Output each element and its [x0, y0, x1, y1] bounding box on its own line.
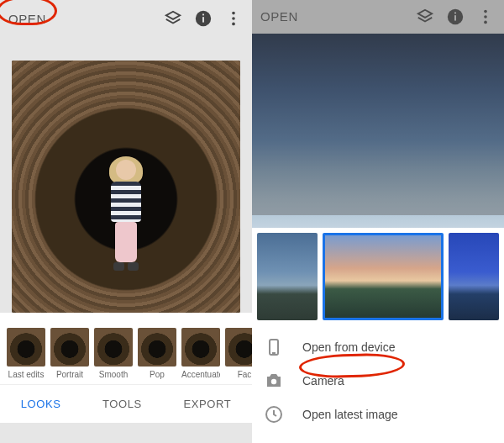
look-thumb[interactable]: Last edits	[7, 328, 45, 379]
option-open-latest[interactable]: Open latest image	[257, 398, 499, 431]
look-label: Accentuate	[181, 370, 220, 379]
looks-filmstrip: Last edits Portrait Smooth Pop Accentuat…	[0, 313, 252, 384]
look-label: Smooth	[94, 370, 133, 379]
clock-icon	[262, 403, 286, 426]
tab-tools[interactable]: TOOLS	[102, 398, 142, 410]
option-open-from-device[interactable]: Open from device	[257, 330, 499, 364]
svg-point-4	[232, 17, 235, 20]
overflow-icon[interactable]	[222, 7, 245, 30]
info-icon[interactable]	[444, 5, 467, 29]
look-label: Last edits	[7, 370, 45, 379]
panel-open-sheet: OPEN Open from device Camera	[252, 0, 504, 443]
background-photo	[252, 34, 504, 228]
svg-rect-8	[454, 12, 456, 13]
recent-photos-row	[252, 228, 504, 325]
panel-editor: OPEN Last edits Portrait Smooth Pop Acce…	[0, 0, 252, 443]
tab-looks[interactable]: LOOKS	[21, 398, 61, 410]
open-button[interactable]: OPEN	[7, 8, 48, 29]
header-left: OPEN	[0, 0, 252, 37]
look-thumb[interactable]: Accentuate	[181, 328, 220, 379]
svg-rect-1	[202, 17, 204, 22]
recent-thumb[interactable]	[257, 233, 318, 320]
recent-thumb[interactable]	[449, 233, 499, 320]
look-thumb[interactable]: Fac	[225, 328, 252, 379]
open-button[interactable]: OPEN	[259, 6, 300, 27]
stack-icon[interactable]	[413, 5, 437, 29]
tab-export[interactable]: EXPORT	[183, 398, 231, 410]
overflow-icon[interactable]	[474, 5, 497, 29]
svg-point-3	[232, 12, 235, 15]
photo-canvas[interactable]	[12, 61, 240, 313]
svg-point-14	[271, 379, 276, 384]
option-label: Camera	[302, 374, 344, 388]
look-thumb[interactable]: Pop	[138, 328, 176, 379]
svg-point-5	[232, 23, 235, 26]
header-right: OPEN	[252, 0, 504, 34]
open-options-list: Open from device Camera Open latest imag…	[252, 325, 504, 443]
svg-point-10	[484, 15, 487, 18]
look-label: Fac	[225, 370, 252, 379]
device-icon	[262, 335, 286, 359]
option-label: Open from device	[302, 340, 396, 354]
option-label: Open latest image	[302, 408, 398, 421]
photo-subject	[102, 160, 150, 286]
camera-icon	[262, 369, 286, 393]
svg-rect-7	[454, 15, 456, 20]
option-camera[interactable]: Camera	[257, 364, 499, 398]
svg-point-9	[484, 10, 487, 13]
svg-rect-2	[202, 14, 204, 16]
info-icon[interactable]	[192, 7, 215, 30]
recent-thumb-selected[interactable]	[323, 233, 444, 320]
look-thumb[interactable]: Smooth	[94, 328, 133, 379]
look-label: Pop	[138, 370, 176, 379]
stack-icon[interactable]	[161, 7, 185, 30]
svg-point-11	[484, 20, 487, 24]
bottom-tabs: LOOKS TOOLS EXPORT	[0, 384, 252, 423]
look-thumb[interactable]: Portrait	[50, 328, 89, 379]
look-label: Portrait	[50, 370, 89, 379]
